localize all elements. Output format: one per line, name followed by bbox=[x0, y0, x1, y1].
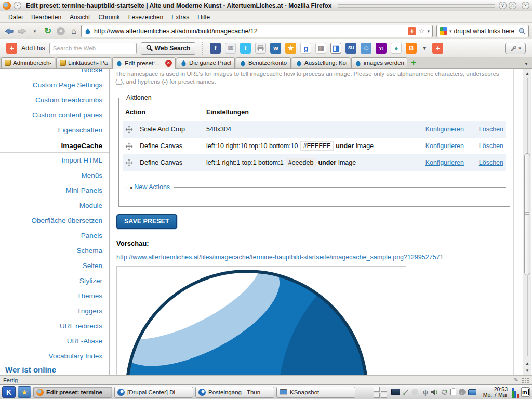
sidebar-item-stylizer[interactable]: Stylizer bbox=[0, 273, 109, 288]
sidebar-item-seiten[interactable]: Seiten bbox=[0, 258, 109, 273]
tab-benutzerkonto[interactable]: Benutzerkonto | ... bbox=[236, 57, 291, 68]
tab-close-icon[interactable]: × bbox=[165, 60, 172, 66]
system-monitor-bars-icon[interactable] bbox=[512, 387, 519, 398]
forward-button[interactable] bbox=[16, 25, 28, 37]
sidebar-item-custom-content-panes[interactable]: Custom content panes bbox=[0, 108, 109, 123]
web-search-bar[interactable]: ▾ drupal what links here bbox=[436, 25, 529, 37]
sidebar-item-triggers[interactable]: Triggers bbox=[0, 303, 109, 318]
vertical-scrollbar[interactable]: ▲ ▲ ▼ bbox=[523, 69, 531, 375]
info-icon[interactable]: i bbox=[459, 389, 466, 395]
misterwong-icon[interactable]: w bbox=[270, 43, 281, 54]
favorites-star-icon[interactable]: ★ bbox=[285, 43, 296, 54]
sidebar-item-url-redirects[interactable]: URL redirects bbox=[0, 318, 109, 334]
more-services-chevron-icon[interactable]: ▾ bbox=[421, 43, 428, 54]
pager-desktop-4[interactable] bbox=[381, 393, 387, 398]
sidebar-item-import-html[interactable]: Import HTML bbox=[0, 153, 109, 168]
sidebar-item-themes[interactable]: Themes bbox=[0, 288, 109, 303]
taskbar-window-drupal-center[interactable]: [Drupal Center] Di bbox=[114, 387, 193, 398]
scroll-up-icon[interactable]: ▲ bbox=[523, 360, 531, 367]
taskbar-window-ksnapshot[interactable]: KSnapshot bbox=[276, 387, 355, 398]
menu-ansicht[interactable]: Ansicht bbox=[65, 12, 94, 22]
stop-button[interactable]: × bbox=[55, 25, 66, 37]
sidebar-item-custom-page-settings[interactable]: Custom Page Settings bbox=[0, 77, 109, 92]
reload-button[interactable]: ↻ bbox=[42, 25, 54, 37]
window-close-button[interactable]: × bbox=[522, 2, 529, 9]
taskbar-window-firefox[interactable]: Edit preset: termine bbox=[33, 387, 112, 398]
konsole-icon[interactable] bbox=[391, 389, 400, 395]
menu-bearbeiten[interactable]: Bearbeiten bbox=[27, 12, 65, 22]
delete-link[interactable]: Löschen bbox=[479, 142, 503, 150]
volume-icon[interactable] bbox=[431, 389, 438, 396]
toolbar-settings-button[interactable]: ▾ bbox=[505, 43, 526, 54]
taskbar-clock[interactable]: 20:53 Mo, 7 Mär bbox=[483, 387, 508, 398]
sidebar-item-eigenschaften[interactable]: Eigenschaften bbox=[0, 123, 109, 138]
update-gear-icon[interactable] bbox=[441, 389, 448, 396]
tab-edit-preset-active[interactable]: Edit preset:... × bbox=[112, 57, 176, 69]
pager-desktop-1[interactable] bbox=[374, 387, 380, 392]
drag-handle-icon[interactable] bbox=[125, 159, 140, 167]
stumbleupon-icon[interactable]: SU bbox=[345, 43, 356, 54]
sidebar-item-mini-panels[interactable]: Mini-Panels bbox=[0, 183, 109, 198]
sidebar-item-oberflaeche-uebersetzen[interactable]: Oberfläche übersetzen bbox=[0, 213, 109, 228]
sidebar-item-imagecache[interactable]: ImageCache bbox=[0, 138, 109, 153]
pager-desktop-2[interactable] bbox=[381, 387, 387, 392]
web-search-button[interactable]: Web Search bbox=[141, 42, 195, 55]
technorati-icon[interactable]: ● bbox=[391, 43, 402, 54]
menu-datei[interactable]: Datei bbox=[4, 12, 27, 22]
tab-die-ganze-pracht[interactable]: Die ganze Pracht... bbox=[177, 57, 235, 68]
menu-lesezeichen[interactable]: Lesezeichen bbox=[124, 12, 167, 22]
delete-link[interactable]: Löschen bbox=[479, 126, 503, 133]
yahoo-icon[interactable]: Y! bbox=[376, 43, 387, 54]
save-preset-button[interactable]: SAVE PRESET bbox=[116, 214, 177, 229]
color-picker-icon[interactable] bbox=[402, 389, 409, 396]
configure-link[interactable]: Konfigurieren bbox=[425, 142, 464, 150]
menu-hilfe[interactable]: Hilfe bbox=[193, 12, 214, 22]
addthis-plus-icon[interactable]: + bbox=[432, 43, 443, 54]
email-icon[interactable]: ✉ bbox=[225, 43, 236, 54]
tab-adminbereich[interactable]: Adminbereich- AL... bbox=[1, 57, 55, 68]
delete-link[interactable]: Löschen bbox=[479, 159, 503, 166]
sidebar-item-url-aliase[interactable]: URL-Aliase bbox=[0, 334, 109, 349]
quick-launch-star-button[interactable]: ★ bbox=[18, 386, 31, 398]
home-button[interactable]: ⌂ bbox=[68, 25, 79, 37]
klipper-clipboard-icon[interactable] bbox=[450, 389, 456, 395]
scrollbar-thumb[interactable] bbox=[524, 153, 530, 275]
url-bar[interactable]: http://www.altertuemliches.at/admin/buil… bbox=[81, 25, 433, 37]
menu-extras[interactable]: Extras bbox=[167, 12, 193, 22]
sidebar-item-custom-breadcrumbs[interactable]: Custom breadcrumbs bbox=[0, 92, 109, 108]
blogger-icon[interactable]: B bbox=[406, 43, 417, 54]
google-search-engine-icon[interactable] bbox=[440, 27, 447, 35]
facebook-icon[interactable]: f bbox=[210, 43, 221, 54]
history-dropdown-button[interactable]: ▾ bbox=[29, 25, 41, 37]
addthis-icon[interactable]: + bbox=[6, 43, 17, 54]
bookmark-star-icon[interactable]: ☆ bbox=[419, 27, 425, 35]
pager-desktop-3[interactable] bbox=[374, 393, 380, 398]
url-input[interactable]: http://www.altertuemliches.at/admin/buil… bbox=[94, 28, 405, 35]
tab-linktausch[interactable]: Linktausch- Partner bbox=[56, 57, 111, 68]
addthis-urlbar-icon[interactable]: + bbox=[408, 27, 416, 35]
kmenu-button[interactable]: K bbox=[2, 386, 16, 398]
search-engine-dropdown-icon[interactable]: ▾ bbox=[449, 29, 452, 34]
google-icon[interactable]: g bbox=[300, 43, 311, 54]
sidebar-item-schema[interactable]: Schema bbox=[0, 243, 109, 258]
window-maximize-button[interactable]: ◇ bbox=[509, 2, 516, 9]
search-magnifier-icon[interactable] bbox=[518, 28, 526, 35]
drag-handle-icon[interactable] bbox=[125, 126, 140, 134]
sidebar-item-panels[interactable]: Panels bbox=[0, 228, 109, 243]
tab-list-dropdown-button[interactable]: ▾ bbox=[522, 59, 531, 68]
print-icon[interactable] bbox=[255, 43, 266, 54]
sidebar-item-menues[interactable]: Menüs bbox=[0, 168, 109, 183]
web-search-input[interactable] bbox=[49, 43, 137, 54]
resize-grip-icon[interactable] bbox=[522, 377, 530, 383]
sidebar-item-bloecke[interactable]: Blöcke bbox=[0, 69, 109, 77]
picasa-icon[interactable]: ▦ bbox=[315, 43, 326, 54]
sidebar-item-vocabulary-index[interactable]: Vocabulary Index bbox=[0, 349, 109, 364]
keyboard-layout-indicator[interactable]: m bbox=[521, 387, 530, 397]
network-icon[interactable]: ψ bbox=[423, 388, 428, 396]
preview-image-link[interactable]: http://www.altertuemliches.at/files/imag… bbox=[116, 254, 512, 261]
urlbar-dropdown-icon[interactable]: ▾ bbox=[427, 29, 430, 34]
window-minimize-button[interactable]: ∨ bbox=[499, 2, 507, 9]
scroll-down-icon[interactable]: ▼ bbox=[523, 367, 531, 374]
desktop-pager[interactable] bbox=[374, 387, 387, 398]
display-settings-icon[interactable] bbox=[468, 389, 476, 395]
